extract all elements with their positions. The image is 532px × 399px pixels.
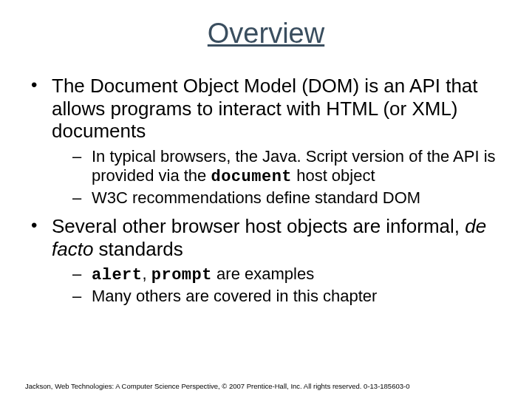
bullet-1-sub-1-code: document [211,168,292,186]
bullet-2-part3: standards [93,238,183,260]
bullet-list: The Document Object Model (DOM) is an AP… [25,75,507,306]
bullet-2-sub-1: alert, prompt are examples [52,265,507,285]
bullet-2-sub-1-post: are examples [212,265,314,283]
bullet-1-sub-2: W3C recommendations define standard DOM [52,188,507,208]
bullet-1: The Document Object Model (DOM) is an AP… [25,75,507,208]
bullet-1-sub-1: In typical browsers, the Java. Script ve… [52,147,507,187]
bullet-2: Several other browser host objects are i… [25,215,507,306]
bullet-1-sub-2-text: W3C recommendations define standard DOM [92,188,420,207]
footer-citation: Jackson, Web Technologies: A Computer Sc… [25,382,507,390]
bullet-2-sub-1-code2: prompt [151,266,212,284]
bullet-2-sub-2: Many others are covered in this chapter [52,287,507,306]
bullet-2-sub-1-code1: alert [92,266,143,284]
bullet-1-text: The Document Object Model (DOM) is an AP… [52,75,478,142]
bullet-2-sublist: alert, prompt are examples Many others a… [52,265,507,306]
bullet-1-sublist: In typical browsers, the Java. Script ve… [52,147,507,208]
slide: Overview The Document Object Model (DOM)… [0,0,532,399]
bullet-2-part1: Several other browser host objects are i… [52,215,465,237]
bullet-1-sub-1-post: host object [292,166,375,185]
bullet-2-sub-2-text: Many others are covered in this chapter [92,287,377,305]
slide-title: Overview [25,18,507,50]
bullet-2-sub-1-mid: , [143,265,151,283]
